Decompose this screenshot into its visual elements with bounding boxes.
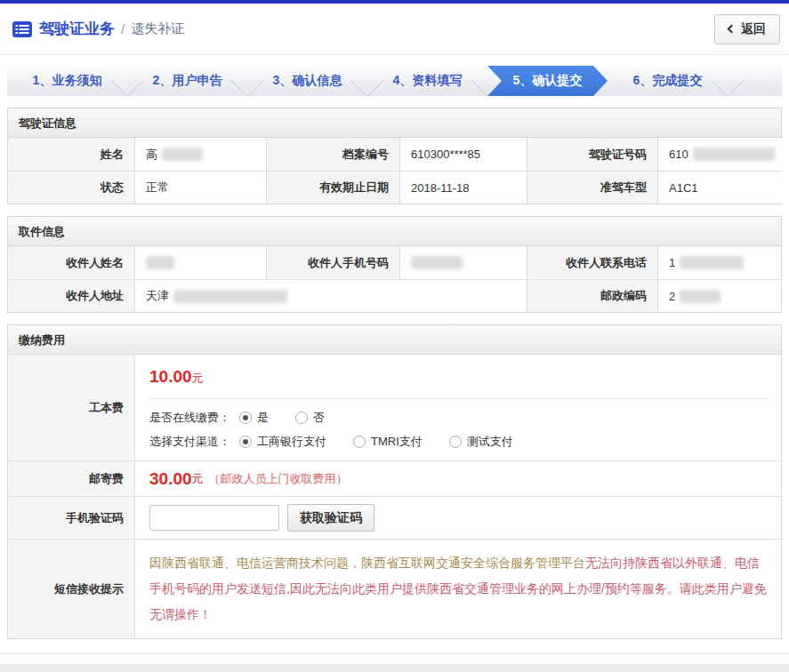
breadcrumb-current: 遗失补证 <box>131 20 184 37</box>
recipient-mobile-value <box>399 246 527 279</box>
license-no-value: 610 <box>657 138 782 171</box>
channel-icbc-option[interactable]: 工商银行支付 <box>239 434 326 450</box>
tab-step-6[interactable]: 6、完成提交 <box>608 66 728 96</box>
channel-icbc-label: 工商银行支付 <box>257 434 326 450</box>
postcode-value: 2 <box>657 279 781 312</box>
captcha-input[interactable] <box>149 505 279 531</box>
tab-step-2[interactable]: 2、用户申告 <box>127 66 247 96</box>
name-value: 高 <box>134 138 266 171</box>
recipient-address-label: 收件人地址 <box>8 279 134 312</box>
tab-step-4-label: 4、资料填写 <box>393 73 463 89</box>
card-fee-currency: 元 <box>192 372 204 385</box>
name-label: 姓名 <box>8 138 134 171</box>
sms-notice-cell: 因陕西省联通、电信运营商技术问题，陕西省互联网交通安全综合服务管理平台无法向持陕… <box>134 539 781 638</box>
tab-step-3[interactable]: 3、确认信息 <box>247 66 367 96</box>
online-pay-no-label: 否 <box>313 410 325 426</box>
online-pay-no-option[interactable]: 否 <box>295 410 325 426</box>
card-fee-amount-line: 10.00元 <box>149 367 769 387</box>
tab-step-4[interactable]: 4、资料填写 <box>367 66 487 96</box>
recipient-name-label: 收件人姓名 <box>8 246 134 279</box>
redacted-text <box>411 256 463 269</box>
pay-channel-question: 选择支付渠道： <box>149 434 230 450</box>
radio-unchecked-icon <box>295 412 308 424</box>
tab-step-2-label: 2、用户申告 <box>153 73 222 89</box>
channel-tmri-option[interactable]: TMRI支付 <box>353 434 423 450</box>
file-no-label: 档案编号 <box>266 138 399 171</box>
recipient-mobile-label: 收件人手机号码 <box>266 246 399 279</box>
recipient-phone-value: 1 <box>657 246 781 279</box>
fees-title: 缴纳费用 <box>8 325 781 355</box>
tab-step-1-label: 1、业务须知 <box>33 73 102 89</box>
chevron-left-icon <box>728 25 737 34</box>
card-fee-cell: 10.00元 是否在线缴费： 是 否 <box>134 355 781 460</box>
radio-unchecked-icon <box>353 436 366 448</box>
step-separator-icon <box>712 66 745 96</box>
radio-checked-icon <box>239 412 252 424</box>
recipient-name-value <box>134 246 266 279</box>
online-pay-question: 是否在线缴费： <box>149 410 230 426</box>
get-captcha-button[interactable]: 获取验证码 <box>287 504 374 532</box>
postage-amount: 30.00 <box>149 469 192 489</box>
channel-test-option[interactable]: 测试支付 <box>449 434 513 450</box>
card-fee-label: 工本费 <box>8 355 134 460</box>
page-background <box>0 664 789 672</box>
online-pay-row: 是否在线缴费： 是 否 <box>149 410 769 426</box>
postage-note: （邮政人员上门收取费用） <box>209 471 348 487</box>
status-label: 状态 <box>8 171 134 204</box>
page-title: 驾驶证业务 <box>39 19 115 39</box>
redacted-text <box>173 290 287 303</box>
expiry-label: 有效期止日期 <box>266 171 399 204</box>
tab-step-5-label: 5、确认提交 <box>513 73 583 89</box>
file-no-value: 610300****85 <box>399 138 527 171</box>
header: 驾驶证业务 / 遗失补证 返回 <box>0 4 789 55</box>
redacted-text <box>693 148 775 161</box>
pickup-info-section: 取件信息 收件人姓名 收件人手机号码 收件人联系电话 1 收件人地址 天津 邮政… <box>7 216 782 313</box>
vehicle-class-label: 准驾车型 <box>527 171 657 204</box>
tab-step-6-label: 6、完成提交 <box>633 73 703 89</box>
recipient-address-value: 天津 <box>134 279 527 312</box>
redacted-text <box>680 256 744 269</box>
redacted-text <box>162 148 203 161</box>
pickup-info-title: 取件信息 <box>8 217 781 246</box>
tab-step-5-active[interactable]: 5、确认提交 <box>487 66 608 96</box>
fees-section: 缴纳费用 工本费 10.00元 是否在线缴费： 是 <box>7 324 782 639</box>
license-info-title: 驾驶证信息 <box>8 108 781 138</box>
online-pay-yes-option[interactable]: 是 <box>239 410 269 426</box>
postage-fee-label: 邮寄费 <box>8 460 134 496</box>
footer-actions: 上一步 完成 <box>0 653 789 664</box>
postage-currency: 元 <box>192 471 204 487</box>
captcha-label: 手机验证码 <box>8 496 134 539</box>
tab-step-3-label: 3、确认信息 <box>273 73 342 89</box>
page: 驾驶证业务 / 遗失补证 返回 1、业务须知 2、用户申告 3、确认信息 4、资… <box>0 0 789 664</box>
sms-notice-label: 短信接收提示 <box>8 539 134 638</box>
step-progress-bar: 1、业务须知 2、用户申告 3、确认信息 4、资料填写 5、确认提交 6、完成提… <box>7 66 782 96</box>
back-button-label: 返回 <box>741 21 766 37</box>
online-pay-yes-label: 是 <box>257 410 269 426</box>
channel-test-label: 测试支付 <box>467 434 513 450</box>
redacted-text <box>146 256 174 269</box>
vehicle-class-value: A1C1 <box>657 171 782 204</box>
radio-unchecked-icon <box>449 436 462 448</box>
status-value: 正常 <box>134 171 266 204</box>
breadcrumb-separator: / <box>121 21 125 36</box>
sms-notice-text: 因陕西省联通、电信运营商技术问题，陕西省互联网交通安全综合服务管理平台无法向持陕… <box>135 540 781 638</box>
divider <box>149 398 769 399</box>
captcha-cell: 获取验证码 <box>134 496 781 539</box>
postcode-label: 邮政编码 <box>527 279 657 312</box>
channel-tmri-label: TMRI支付 <box>371 434 423 450</box>
license-no-label: 驾驶证号码 <box>527 138 657 171</box>
license-business-icon <box>12 21 32 37</box>
tab-step-1[interactable]: 1、业务须知 <box>7 66 127 96</box>
license-info-section: 驾驶证信息 姓名 高 档案编号 610300****85 驾驶证号码 610 状… <box>7 108 782 204</box>
expiry-value: 2018-11-18 <box>399 171 527 204</box>
redacted-text <box>680 290 721 303</box>
sms-notice-part1: 因陕西省联通、电信运营商技术问题，陕西省互联网交通安全综合服务管理平台 <box>149 556 585 570</box>
card-fee-amount: 10.00 <box>149 367 192 386</box>
recipient-phone-label: 收件人联系电话 <box>527 246 657 279</box>
radio-checked-icon <box>239 436 252 448</box>
postage-fee-cell: 30.00元 （邮政人员上门收取费用） <box>134 460 781 496</box>
back-button[interactable]: 返回 <box>714 14 780 44</box>
pay-channel-row: 选择支付渠道： 工商银行支付 TMRI支付 测试支付 <box>149 434 769 450</box>
